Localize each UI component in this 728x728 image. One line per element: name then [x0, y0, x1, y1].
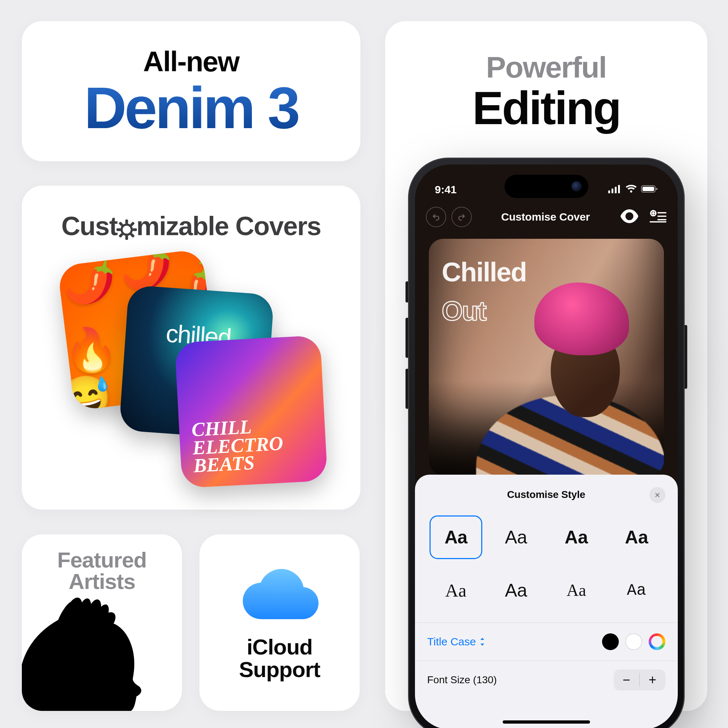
chevron-updown-icon [479, 638, 485, 646]
editing-title: Editing [473, 84, 620, 132]
undo-button[interactable] [426, 207, 446, 227]
redo-button[interactable] [451, 207, 472, 227]
hero-card: All-new Denim 3 [22, 21, 360, 161]
covers-heading-pre: Cust [61, 211, 117, 241]
cover3-text: CHILL ELECTRO BEATS [191, 416, 284, 476]
hero-title: Denim 3 [84, 78, 298, 137]
phone-screen: 9:41 [415, 165, 678, 728]
home-indicator[interactable] [503, 720, 590, 723]
font-option-2[interactable]: Aa [489, 515, 543, 559]
svg-rect-12 [618, 185, 620, 193]
cover-title-overlay: Chilled Out [442, 246, 527, 337]
font-size-stepper: − + [614, 669, 665, 691]
stepper-increment[interactable]: + [640, 669, 665, 691]
svg-rect-1 [125, 219, 128, 224]
svg-point-0 [122, 225, 132, 235]
font-option-1[interactable]: Aa [430, 515, 483, 559]
cloud-icon [240, 564, 320, 623]
color-swatch-black[interactable] [602, 633, 619, 650]
covers-heading: Cust [22, 211, 360, 241]
svg-rect-9 [608, 190, 610, 193]
sheet-title: Customise Style [507, 489, 585, 500]
editor-title: Customise Cover [477, 211, 615, 223]
case-label: Title Case [427, 636, 476, 648]
font-option-4[interactable]: Aa [610, 515, 663, 559]
svg-rect-4 [133, 228, 137, 231]
editing-card: Powerful Editing 9:41 [385, 21, 707, 711]
status-bar: 9:41 [415, 165, 678, 201]
status-time: 9:41 [435, 184, 457, 196]
wifi-icon [626, 184, 637, 196]
cellular-icon [608, 184, 621, 196]
case-picker[interactable]: Title Case [427, 636, 486, 648]
featured-artists-heading: Featured Artists [22, 550, 182, 593]
cover-preview[interactable]: Chilled Out [429, 239, 664, 476]
svg-rect-10 [612, 188, 613, 193]
featured-artists-card: Featured Artists [22, 534, 182, 711]
font-option-5[interactable]: Aa [430, 569, 483, 612]
font-option-6[interactable]: Aa [489, 569, 543, 612]
svg-rect-2 [125, 236, 128, 240]
svg-rect-14 [642, 187, 654, 191]
covers-heading-post: mizable Covers [136, 211, 321, 241]
battery-icon [641, 184, 658, 196]
close-button[interactable] [649, 487, 665, 503]
editor-nav-bar: Customise Cover [415, 202, 678, 231]
customise-style-sheet: Customise Style Aa Aa Aa Aa Aa Aa [415, 475, 678, 728]
svg-rect-15 [656, 188, 658, 190]
svg-rect-11 [615, 187, 616, 193]
cover-thumbnail-3: CHILL ELECTRO BEATS [175, 335, 327, 488]
font-option-3[interactable]: Aa [550, 515, 603, 559]
artist-silhouette [22, 594, 167, 711]
covers-card: Cust [22, 186, 360, 509]
phone-mockup: 9:41 [408, 158, 685, 711]
editing-kicker: Powerful [486, 50, 606, 84]
icloud-card: iCloud Support [199, 534, 359, 711]
preview-button[interactable] [619, 209, 639, 225]
svg-rect-3 [116, 228, 121, 231]
hero-kicker: All-new [143, 45, 239, 78]
stepper-decrement[interactable]: − [614, 669, 639, 691]
font-size-label: Font Size (130) [427, 674, 497, 686]
icloud-heading: iCloud Support [239, 636, 320, 680]
add-layer-button[interactable] [649, 209, 667, 225]
font-option-7[interactable]: Aa [550, 569, 603, 612]
svg-point-16 [627, 214, 631, 218]
color-swatch-white[interactable] [626, 633, 642, 650]
font-grid: Aa Aa Aa Aa Aa Aa Aa Aa [427, 512, 665, 622]
cover-stack: 🌶️ 🌶️ 🌶️ 🔥 🔥 😅 chilled out CHILL ELECTRO… [22, 257, 360, 497]
gear-icon [116, 216, 137, 236]
font-option-8[interactable]: Aa [610, 569, 663, 612]
color-picker-button[interactable] [648, 633, 665, 650]
